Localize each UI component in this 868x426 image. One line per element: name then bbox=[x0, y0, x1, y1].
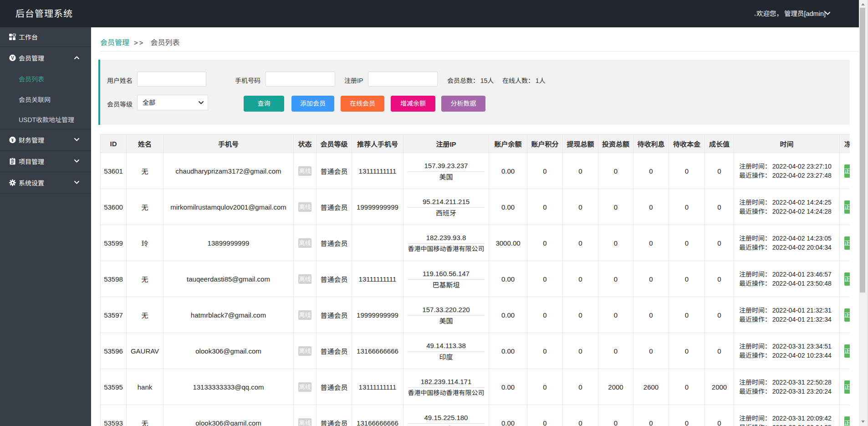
svg-text:¥: ¥ bbox=[11, 137, 14, 144]
svg-text:V: V bbox=[11, 56, 14, 61]
